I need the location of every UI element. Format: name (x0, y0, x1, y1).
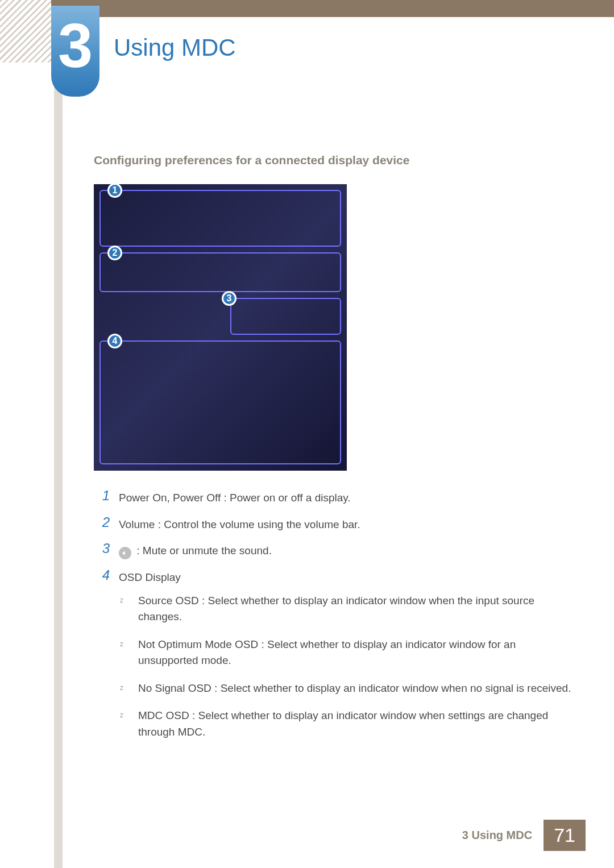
diagram-panel-1 (99, 190, 341, 247)
item-number: 1 (98, 488, 110, 504)
item-body: OSD Display z Source OSD : Select whethe… (119, 567, 574, 751)
page-content: Configuring preferences for a connected … (94, 153, 574, 759)
sub-list-item: z No Signal OSD : Select whether to disp… (120, 680, 574, 697)
section-title: Configuring preferences for a connected … (94, 153, 574, 167)
chapter-number: 3 (58, 14, 93, 77)
item-text: Volume : Control the volume using the vo… (119, 514, 574, 533)
bullet-icon: z (120, 637, 126, 669)
chapter-number-badge: 3 (51, 6, 99, 97)
diagram-panel-4 (99, 340, 341, 464)
list-item: 4 OSD Display z Source OSD : Select whet… (98, 567, 574, 751)
list-item: 3 : Mute or unmute the sound. (98, 541, 574, 559)
header-hatch-pattern (0, 0, 51, 63)
sub-list: z Source OSD : Select whether to display… (120, 593, 574, 741)
numbered-list: 1 Power On, Power Off : Power on or off … (98, 488, 574, 751)
sub-item-text: Not Optimum Mode OSD : Select whether to… (138, 637, 574, 669)
preferences-diagram: 1 2 3 4 (94, 184, 347, 471)
list-item: 2 Volume : Control the volume using the … (98, 514, 574, 533)
callout-2: 2 (107, 246, 122, 260)
bullet-icon: z (120, 593, 126, 625)
item-number: 2 (98, 514, 110, 530)
bullet-icon: z (120, 680, 126, 697)
item-text: : Mute or unmute the sound. (136, 545, 272, 556)
list-item: 1 Power On, Power Off : Power on or off … (98, 488, 574, 506)
item-body: : Mute or unmute the sound. (119, 541, 574, 559)
sub-list-item: z Not Optimum Mode OSD : Select whether … (120, 637, 574, 669)
callout-4: 4 (107, 334, 122, 348)
bullet-icon: z (120, 708, 126, 740)
item-number: 4 (98, 567, 110, 583)
sub-list-item: z MDC OSD : Select whether to display an… (120, 708, 574, 740)
chapter-title-container: Using MDC (114, 34, 236, 61)
page-footer: 3 Using MDC 71 (462, 820, 586, 851)
diagram-panel-3 (230, 298, 341, 335)
item-number: 3 (98, 541, 110, 556)
left-margin-stripe (54, 63, 63, 868)
speaker-icon (119, 547, 131, 559)
item-text: OSD Display (119, 571, 181, 583)
diagram-panel-2 (99, 252, 341, 292)
sub-list-item: z Source OSD : Select whether to display… (120, 593, 574, 625)
chapter-title: Using MDC (114, 34, 236, 61)
sub-item-text: MDC OSD : Select whether to display an i… (138, 708, 574, 740)
page-number: 71 (544, 820, 586, 851)
sub-item-text: Source OSD : Select whether to display a… (138, 593, 574, 625)
callout-1: 1 (107, 183, 122, 198)
footer-chapter-label: 3 Using MDC (462, 829, 532, 842)
item-text: Power On, Power Off : Power on or off a … (119, 488, 574, 506)
callout-3: 3 (222, 291, 237, 306)
sub-item-text: No Signal OSD : Select whether to displa… (138, 680, 574, 697)
